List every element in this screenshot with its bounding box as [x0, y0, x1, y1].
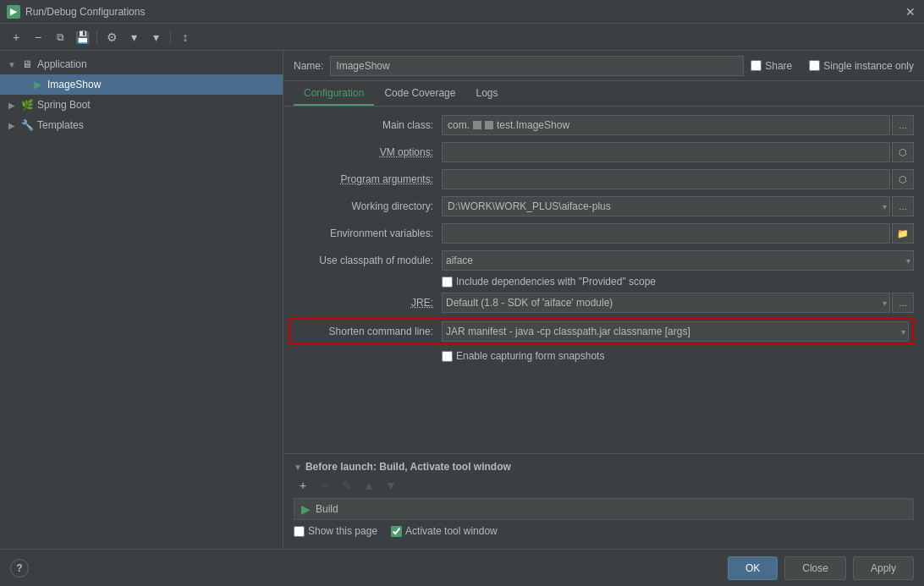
classpath-label: Use classpath of module: — [294, 255, 442, 266]
build-run-icon: ▶ — [301, 502, 311, 516]
share-checkbox[interactable] — [751, 60, 762, 71]
templates-label: Templates — [37, 119, 84, 131]
settings-button[interactable]: ⚙ — [102, 28, 121, 47]
before-launch-expand-arrow[interactable]: ▼ — [294, 463, 302, 472]
show-page-checkbox-label[interactable]: Show this page — [294, 525, 377, 537]
sidebar-item-application[interactable]: ▼ 🖥 Application — [0, 54, 283, 74]
main-class-row: Main class: com. test.ImageShow ... — [294, 113, 914, 137]
program-args-label[interactable]: Program arguments: — [294, 173, 442, 185]
before-launch-header: ▼ Before launch: Build, Activate tool wi… — [294, 461, 914, 473]
name-row: Name: Share Single instance only — [283, 51, 924, 81]
enable-snapshots-checkbox[interactable] — [442, 351, 453, 362]
vm-options-input[interactable] — [442, 142, 890, 162]
dropdown2-button[interactable]: ▾ — [146, 28, 165, 47]
share-area: Share Single instance only — [751, 60, 914, 72]
build-label: Build — [316, 503, 338, 515]
program-args-expand-button[interactable]: ⬡ — [892, 169, 914, 189]
before-launch-remove-button[interactable]: − — [316, 478, 334, 493]
env-vars-input[interactable] — [442, 223, 890, 244]
config-tabs: Configuration Code Coverage Logs — [283, 81, 924, 107]
copy-config-button[interactable]: ⧉ — [51, 28, 69, 47]
jre-browse-button[interactable]: ... — [892, 293, 914, 313]
main-class-label: Main class: — [294, 119, 442, 131]
before-launch-down-button[interactable]: ▼ — [382, 478, 400, 493]
remove-config-button[interactable]: − — [29, 28, 47, 47]
vm-options-label[interactable]: VM options: — [294, 146, 442, 158]
main-content: ▼ 🖥 Application ▶ ImageShow ▶ 🌿 Spring B… — [0, 51, 924, 549]
vm-options-row: VM options: ⬡ — [294, 140, 914, 164]
env-vars-input-area: 📁 — [442, 223, 914, 244]
tab-code-coverage[interactable]: Code Coverage — [374, 81, 465, 106]
env-vars-label: Environment variables: — [294, 227, 442, 239]
toolbar-separator-1 — [96, 30, 97, 45]
tab-logs[interactable]: Logs — [465, 81, 508, 106]
dropdown1-button[interactable]: ▾ — [124, 28, 143, 47]
add-config-button[interactable]: + — [7, 28, 25, 47]
save-config-button[interactable]: 💾 — [73, 28, 91, 47]
include-deps-checkbox[interactable] — [442, 277, 453, 288]
footer-left: ? — [10, 559, 29, 578]
single-instance-checkbox[interactable] — [809, 60, 820, 71]
jre-select[interactable]: Default (1.8 - SDK of 'aiface' module) — [442, 293, 890, 313]
sidebar-item-springboot[interactable]: ▶ 🌿 Spring Boot — [0, 95, 283, 115]
sidebar-item-imageshow[interactable]: ▶ ImageShow — [0, 74, 283, 95]
working-dir-select-wrap: ▾ — [442, 196, 890, 216]
expand-arrow-application: ▼ — [7, 60, 17, 69]
activate-tool-window-checkbox-label[interactable]: Activate tool window — [391, 525, 498, 537]
working-dir-input[interactable] — [442, 196, 890, 216]
before-launch-up-button[interactable]: ▲ — [360, 478, 378, 493]
apply-button[interactable]: Apply — [853, 556, 914, 580]
include-deps-label[interactable]: Include dependencies with "Provided" sco… — [442, 276, 656, 288]
share-label: Share — [765, 60, 792, 72]
application-folder-label: Application — [37, 58, 87, 70]
working-dir-input-area: ▾ ... — [442, 196, 914, 216]
jre-select-wrap: Default (1.8 - SDK of 'aiface' module) ▾ — [442, 293, 890, 313]
ok-button[interactable]: OK — [728, 556, 778, 580]
vm-options-input-area: ⬡ — [442, 142, 914, 162]
main-class-display[interactable]: com. test.ImageShow — [442, 115, 890, 135]
jre-label[interactable]: JRE: — [294, 297, 442, 309]
build-list-item: ▶ Build — [294, 498, 914, 520]
imageshow-label: ImageShow — [47, 79, 101, 90]
close-dialog-button[interactable]: Close — [784, 556, 846, 580]
sort-button[interactable]: ↕ — [176, 28, 195, 47]
activate-tool-window-text: Activate tool window — [405, 525, 498, 537]
config-form: Main class: com. test.ImageShow ... VM o… — [283, 107, 924, 453]
program-args-input-area: ⬡ — [442, 169, 914, 189]
share-checkbox-label[interactable]: Share — [751, 60, 792, 72]
program-args-row: Program arguments: ⬡ — [294, 167, 914, 191]
activate-tool-window-checkbox[interactable] — [391, 526, 402, 537]
expand-arrow-springboot: ▶ — [7, 101, 17, 110]
config-sidebar: ▼ 🖥 Application ▶ ImageShow ▶ 🌿 Spring B… — [0, 51, 283, 549]
enable-snapshots-label[interactable]: Enable capturing form snapshots — [442, 350, 604, 362]
classpath-select[interactable]: aiface — [442, 250, 914, 271]
class-block-2 — [485, 121, 493, 129]
shorten-cmd-row: Shorten command line: JAR manifest - jav… — [289, 318, 914, 345]
before-launch-edit-button[interactable]: ✎ — [338, 478, 356, 493]
working-dir-browse-button[interactable]: ... — [892, 196, 914, 216]
vm-options-expand-button[interactable]: ⬡ — [892, 142, 914, 162]
single-instance-checkbox-label[interactable]: Single instance only — [809, 60, 914, 72]
toolbar-separator-2 — [170, 30, 171, 45]
name-input[interactable] — [330, 56, 744, 76]
sidebar-item-templates[interactable]: ▶ 🔧 Templates — [0, 115, 283, 135]
right-panel: Name: Share Single instance only Confi — [283, 51, 924, 549]
include-deps-text: Include dependencies with "Provided" sco… — [456, 276, 656, 288]
before-launch-title: Before launch: Build, Activate tool wind… — [305, 461, 511, 473]
help-button[interactable]: ? — [10, 559, 29, 578]
program-args-input[interactable] — [442, 169, 890, 189]
env-vars-row: Environment variables: 📁 — [294, 222, 914, 245]
main-class-browse-button[interactable]: ... — [892, 115, 914, 135]
shorten-cmd-select[interactable]: JAR manifest - java -cp classpath.jar cl… — [442, 321, 909, 342]
tab-configuration[interactable]: Configuration — [294, 81, 374, 106]
dialog-footer: ? OK Close Apply — [0, 549, 924, 586]
before-launch-toolbar: + − ✎ ▲ ▼ — [294, 478, 914, 493]
close-button[interactable]: ✕ — [904, 5, 917, 19]
tab-logs-label: Logs — [476, 87, 498, 99]
templates-icon: 🔧 — [20, 118, 34, 132]
show-page-checkbox[interactable] — [294, 526, 305, 537]
env-vars-browse-button[interactable]: 📁 — [892, 223, 914, 244]
before-launch-add-button[interactable]: + — [294, 478, 312, 493]
class-block-1 — [473, 121, 481, 129]
classpath-row: Use classpath of module: aiface ▾ — [294, 249, 914, 272]
